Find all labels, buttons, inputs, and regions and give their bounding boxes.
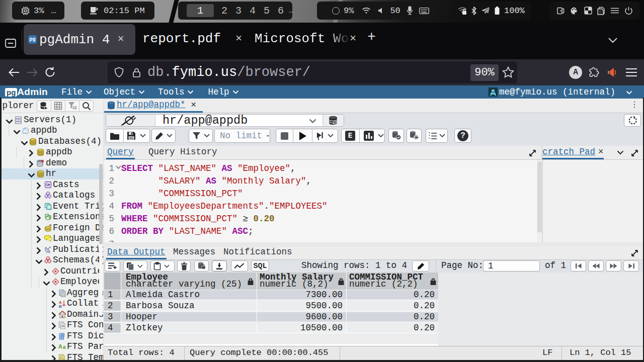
svg-text:A: A [58,343,62,349]
svg-text:B: B [59,304,62,308]
svg-text:a: a [63,344,66,350]
